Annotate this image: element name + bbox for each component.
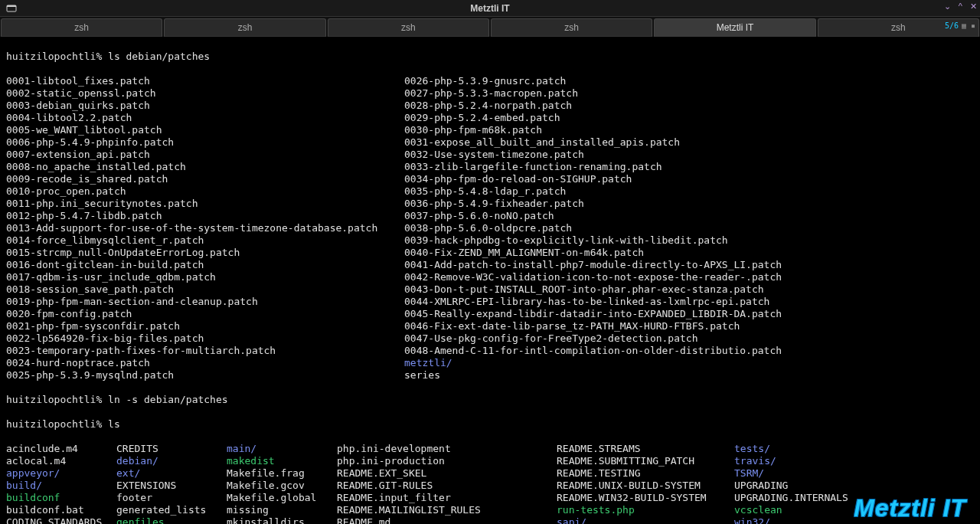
file-entry: 0009-recode_is_shared.patch <box>6 173 404 185</box>
minimize-icon[interactable]: ⌄ <box>944 2 951 11</box>
file-entry: 0011-php.ini_securitynotes.patch <box>6 198 404 210</box>
file-entry: 0029-php-5.2.4-embed.patch <box>404 112 782 124</box>
prompt-line: huitzilopochtli% ls <box>6 418 974 431</box>
file-entry: travis/ <box>734 455 857 467</box>
file-entry: 0024-hurd-noptrace.patch <box>6 357 404 369</box>
file-entry: 0044-XMLRPC-EPI-library-has-to-be-linked… <box>404 296 782 308</box>
file-entry: CODING_STANDARDS <box>6 516 116 524</box>
file-entry: 0012-php-5.4.7-libdb.patch <box>6 210 404 222</box>
file-entry: php.ini-production <box>337 455 557 467</box>
file-entry: footer <box>116 492 227 504</box>
file-entry: 0016-dont-gitclean-in-build.patch <box>6 259 404 271</box>
file-entry: 0031-expose_all_built_and_installed_apis… <box>404 136 782 149</box>
file-entry: aclocal.m4 <box>6 455 116 467</box>
file-entry: 0015-strcmp_null-OnUpdateErrorLog.patch <box>6 247 404 259</box>
file-entry: debian/ <box>116 455 227 467</box>
file-entry: 0010-proc_open.patch <box>6 185 404 198</box>
file-entry: genfiles <box>116 516 227 524</box>
file-entry: 0002-static_openssl.patch <box>6 87 404 100</box>
file-entry: README.WIN32-BUILD-SYSTEM <box>557 492 734 504</box>
file-entry: generated_lists <box>116 504 227 516</box>
file-entry: 0048-Amend-C-11-for-intl-compilation-on-… <box>404 345 782 357</box>
file-entry: acinclude.m4 <box>6 443 116 455</box>
file-entry: 0021-php-fpm-sysconfdir.patch <box>6 320 404 332</box>
file-entry: README.TESTING <box>557 467 734 480</box>
tab-metztli[interactable]: Metztli IT <box>654 18 815 37</box>
file-entry: missing <box>227 504 337 516</box>
maximize-icon[interactable]: ^ <box>959 2 962 11</box>
patches-listing: 0001-libtool_fixes.patch0002-static_open… <box>6 75 974 382</box>
file-entry: vcsclean <box>734 504 857 516</box>
file-entry: 0030-php-fpm-m68k.patch <box>404 124 782 136</box>
file-entry: 0004-libtool2.2.patch <box>6 112 404 124</box>
window-title: Metztli IT <box>470 3 509 14</box>
file-entry: UPGRADING <box>734 480 857 492</box>
file-entry: buildconf.bat <box>6 504 116 516</box>
file-entry: TSRM/ <box>734 467 857 480</box>
file-entry: php.ini-development <box>337 443 557 455</box>
file-entry: 0033-zlib-largefile-function-renaming.pa… <box>404 161 782 173</box>
file-entry: appveyor/ <box>6 467 116 480</box>
svg-rect-1 <box>7 5 16 7</box>
file-entry: README.STREAMS <box>557 443 734 455</box>
file-entry: EXTENSIONS <box>116 480 227 492</box>
file-entry: 0034-php-fpm-do-reload-on-SIGHUP.patch <box>404 173 782 185</box>
file-entry: 0017-qdbm-is-usr_include_qdbm.patch <box>6 271 404 283</box>
file-entry: run-tests.php <box>557 504 734 516</box>
file-entry: 0001-libtool_fixes.patch <box>6 75 404 87</box>
file-entry: Makefile.frag <box>227 467 337 480</box>
close-icon[interactable]: ✕ <box>970 2 977 11</box>
file-entry: 0032-Use-system-timezone.patch <box>404 149 782 161</box>
titlebar: Metztli IT ⌄ ^ ✕ <box>0 0 980 17</box>
ls-listing: acinclude.m4aclocal.m4appveyor/build/bui… <box>6 443 974 524</box>
file-entry: Makefile.gcov <box>227 480 337 492</box>
file-entry: 0026-php-5.3.9-gnusrc.patch <box>404 75 782 87</box>
file-entry: 0020-fpm-config.patch <box>6 308 404 320</box>
file-entry: series <box>404 369 782 382</box>
file-entry: mkinstalldirs <box>227 516 337 524</box>
file-entry: README.SUBMITTING_PATCH <box>557 455 734 467</box>
file-entry: 0039-hack-phpdbg-to-explicitly-link-with… <box>404 234 782 247</box>
tab-bar: zsh zsh zsh zsh Metztli IT zsh 5/6 ▦ ▪ <box>0 17 980 37</box>
file-entry: metztli/ <box>404 357 782 369</box>
watermark-logo: Metztli IT <box>854 494 966 522</box>
file-entry: tests/ <box>734 443 857 455</box>
file-entry: 0018-session_save_path.patch <box>6 283 404 296</box>
file-entry: README.md <box>337 516 557 524</box>
file-entry: 0008-no_apache_installed.patch <box>6 161 404 173</box>
file-entry: build/ <box>6 480 116 492</box>
file-entry: main/ <box>227 443 337 455</box>
tab-zsh[interactable]: zsh <box>164 18 325 37</box>
file-entry: README.UNIX-BUILD-SYSTEM <box>557 480 734 492</box>
file-entry: README.EXT_SKEL <box>337 467 557 480</box>
prompt-line: huitzilopochtli% ln -s debian/patches <box>6 394 974 406</box>
file-entry: 0043-Don-t-put-INSTALL_ROOT-into-phar.ph… <box>404 283 782 296</box>
file-entry: UPGRADING.INTERNALS <box>734 492 857 504</box>
file-entry: 0025-php-5.3.9-mysqlnd.patch <box>6 369 404 382</box>
file-entry: 0037-php-5.6.0-noNO.patch <box>404 210 782 222</box>
file-entry: buildconf <box>6 492 116 504</box>
file-entry: CREDITS <box>116 443 227 455</box>
file-entry: 0005-we_WANT_libtool.patch <box>6 124 404 136</box>
prompt-line: huitzilopochtli% ls debian/patches <box>6 51 974 63</box>
file-entry: 0042-Remove-W3C-validation-icon-to-not-e… <box>404 271 782 283</box>
file-entry: sapi/ <box>557 516 734 524</box>
tab-zsh[interactable]: zsh <box>491 18 652 37</box>
file-entry: Makefile.global <box>227 492 337 504</box>
terminal-output[interactable]: huitzilopochtli% ls debian/patches 0001-… <box>0 37 980 524</box>
file-entry: 0035-php-5.4.8-ldap_r.patch <box>404 185 782 198</box>
file-entry: 0027-php-5.3.3-macropen.patch <box>404 87 782 100</box>
file-entry: 0045-Really-expand-libdir-datadir-into-E… <box>404 308 782 320</box>
tab-zsh[interactable]: zsh <box>328 18 489 37</box>
file-entry: README.GIT-RULES <box>337 480 557 492</box>
window-controls: ⌄ ^ ✕ <box>944 2 977 11</box>
file-entry: ext/ <box>116 467 227 480</box>
file-entry: 0041-Add-patch-to-install-php7-module-di… <box>404 259 782 271</box>
file-entry: 0036-php-5.4.9-fixheader.patch <box>404 198 782 210</box>
file-entry: 0022-lp564920-fix-big-files.patch <box>6 332 404 345</box>
file-entry: win32/ <box>734 516 857 524</box>
file-entry: 0006-php-5.4.9-phpinfo.patch <box>6 136 404 149</box>
file-entry: 0047-Use-pkg-config-for-FreeType2-detect… <box>404 332 782 345</box>
file-entry: 0028-php-5.2.4-norpath.patch <box>404 100 782 112</box>
tab-zsh[interactable]: zsh <box>1 18 162 37</box>
